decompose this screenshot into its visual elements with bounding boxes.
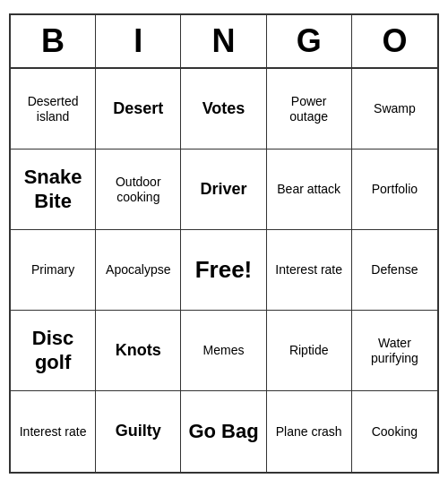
header-o: O [352, 15, 437, 67]
bingo-cell-24[interactable]: Cooking [352, 391, 437, 472]
bingo-cell-18[interactable]: Riptide [267, 311, 352, 391]
bingo-card: B I N G O Deserted islandDesertVotesPowe… [9, 13, 439, 474]
header-n: N [181, 15, 266, 67]
bingo-cell-22[interactable]: Go Bag [181, 391, 266, 472]
header-i: I [96, 15, 181, 67]
bingo-cell-14[interactable]: Defense [352, 230, 437, 311]
bingo-cell-8[interactable]: Bear attack [267, 150, 352, 230]
bingo-cell-19[interactable]: Water purifying [352, 311, 437, 391]
header-g: G [267, 15, 352, 67]
bingo-cell-6[interactable]: Outdoor cooking [96, 150, 181, 230]
bingo-cell-10[interactable]: Primary [11, 230, 96, 311]
bingo-cell-5[interactable]: Snake Bite [11, 150, 96, 230]
bingo-cell-13[interactable]: Interest rate [267, 230, 352, 311]
bingo-cell-16[interactable]: Knots [96, 311, 181, 391]
bingo-cell-12[interactable]: Free! [181, 230, 266, 311]
bingo-cell-11[interactable]: Apocalypse [96, 230, 181, 311]
bingo-cell-21[interactable]: Guilty [96, 391, 181, 472]
bingo-cell-3[interactable]: Power outage [267, 69, 352, 150]
bingo-grid: Deserted islandDesertVotesPower outageSw… [11, 69, 437, 472]
bingo-cell-23[interactable]: Plane crash [267, 391, 352, 472]
bingo-cell-7[interactable]: Driver [181, 150, 266, 230]
bingo-cell-0[interactable]: Deserted island [11, 69, 96, 150]
bingo-cell-9[interactable]: Portfolio [352, 150, 437, 230]
bingo-cell-15[interactable]: Disc golf [11, 311, 96, 391]
bingo-header: B I N G O [11, 15, 437, 69]
header-b: B [11, 15, 96, 67]
bingo-cell-17[interactable]: Memes [181, 311, 266, 391]
bingo-cell-20[interactable]: Interest rate [11, 391, 96, 472]
bingo-cell-1[interactable]: Desert [96, 69, 181, 150]
bingo-cell-2[interactable]: Votes [181, 69, 266, 150]
bingo-cell-4[interactable]: Swamp [352, 69, 437, 150]
